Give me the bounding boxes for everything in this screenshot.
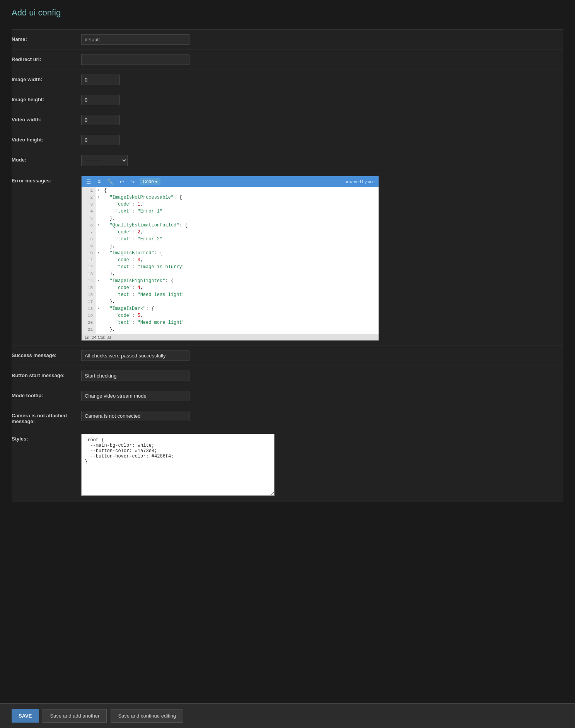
video-height-label: Video height: <box>12 135 81 143</box>
video-width-input[interactable] <box>81 115 120 125</box>
redirect-url-input[interactable] <box>81 54 189 65</box>
error-messages-editor-wrap: ☰ ≡ 🔧 ↩ ↪ Code ▾ powered by ace 1 ▾ { <box>81 176 563 341</box>
editor-line: 15 "code": 4, <box>82 284 379 291</box>
editor-line: 20 "text": "Need more light" <box>82 319 379 326</box>
action-bar: SAVE Save and add another Save and conti… <box>0 703 575 728</box>
video-height-input[interactable] <box>81 135 120 145</box>
editor-line: 14 ▾ "ImageIsHighlighted": { <box>82 277 379 284</box>
editor-line: 9 }, <box>82 243 379 250</box>
editor-line: 10 ▾ "ImageIsBlurred": { <box>82 250 379 257</box>
mode-label: Mode: <box>12 155 81 163</box>
form-row-mode-tooltip: Mode tooltip: <box>12 386 563 406</box>
ace-powered-label: powered by ace <box>345 179 375 184</box>
form-row-button-start: Button start message: <box>12 366 563 386</box>
ace-indent-icon[interactable]: ≡ <box>96 178 102 185</box>
camera-not-attached-input[interactable] <box>81 411 189 421</box>
video-height-field-wrap <box>81 135 563 145</box>
editor-line: 1 ▾ { <box>82 187 379 194</box>
form-row-image-width: Image width: <box>12 70 563 90</box>
editor-line: 11 "code": 3, <box>82 257 379 264</box>
mode-select[interactable]: --------- <box>81 155 128 166</box>
editor-line: 2 ▾ "ImageIsNotProcessable": { <box>82 194 379 201</box>
ace-redo-icon[interactable]: ↪ <box>129 178 136 185</box>
ace-editor-body[interactable]: 1 ▾ { 2 ▾ "ImageIsNotProcessable": { 3 "… <box>82 187 379 334</box>
name-input[interactable] <box>81 34 189 45</box>
error-messages-label: Error messages: <box>12 176 81 184</box>
editor-line: 13 }, <box>82 270 379 277</box>
image-width-label: Image width: <box>12 75 81 82</box>
styles-textarea[interactable]: :root { --main-bg-color: white; --button… <box>81 434 275 496</box>
mode-field-wrap: --------- <box>81 155 563 166</box>
editor-line: 7 "code": 2, <box>82 229 379 236</box>
editor-line: 3 "code": 1, <box>82 201 379 208</box>
name-field-wrap <box>81 34 563 45</box>
ace-code-button[interactable]: Code ▾ <box>140 178 160 185</box>
success-message-input[interactable] <box>81 350 189 361</box>
form-row-video-width: Video width: <box>12 110 563 130</box>
editor-line: 17 }, <box>82 298 379 305</box>
editor-line: 21 }, <box>82 326 379 333</box>
form-row-styles: Styles: :root { --main-bg-color: white; … <box>12 429 563 502</box>
editor-line: 6 ▾ "QualityEstimationFailed": { <box>82 222 379 229</box>
editor-line: 22 ▾ "ImageIsIlluminated": { <box>82 333 379 334</box>
success-message-field-wrap <box>81 350 563 361</box>
editor-line: 18 ▾ "ImageIsDark": { <box>82 305 379 312</box>
editor-line: 8 "text": "Error 2" <box>82 236 379 243</box>
redirect-url-field-wrap <box>81 54 563 65</box>
ace-status-bar: Ln: 24 Col: 33 <box>82 334 379 340</box>
button-start-label: Button start message: <box>12 371 81 378</box>
editor-line: 12 "text": "Image is blurry" <box>82 264 379 270</box>
video-width-field-wrap <box>81 115 563 125</box>
mode-tooltip-label: Mode tooltip: <box>12 391 81 398</box>
button-start-input[interactable] <box>81 371 189 381</box>
form-row-error-messages: Error messages: ☰ ≡ 🔧 ↩ ↪ Code ▾ powered… <box>12 171 563 346</box>
form-row-camera-not-attached: Camera is not attached message: <box>12 406 563 429</box>
styles-field-wrap: :root { --main-bg-color: white; --button… <box>81 434 563 497</box>
image-height-field-wrap <box>81 95 563 105</box>
form-row-mode: Mode: --------- <box>12 150 563 171</box>
editor-line: 4 "text": "Error 1" <box>82 208 379 215</box>
save-continue-button[interactable]: Save and continue editing <box>111 709 183 723</box>
name-label: Name: <box>12 34 81 42</box>
image-height-label: Image height: <box>12 95 81 102</box>
save-button[interactable]: SAVE <box>12 709 39 723</box>
image-width-input[interactable] <box>81 75 120 85</box>
image-width-field-wrap <box>81 75 563 85</box>
ace-wrench-icon[interactable]: 🔧 <box>105 178 115 185</box>
editor-line: 16 "text": "Need less light" <box>82 291 379 298</box>
form-row-video-height: Video height: <box>12 130 563 150</box>
camera-not-attached-field-wrap <box>81 411 563 421</box>
image-height-input[interactable] <box>81 95 120 105</box>
redirect-url-label: Redirect url: <box>12 54 81 62</box>
ace-list-icon[interactable]: ☰ <box>85 178 93 185</box>
editor-line: 5 }, <box>82 215 379 222</box>
editor-line: 19 "code": 5, <box>82 312 379 319</box>
page-title: Add ui config <box>12 8 563 18</box>
ace-toolbar: ☰ ≡ 🔧 ↩ ↪ Code ▾ powered by ace <box>82 176 379 187</box>
button-start-field-wrap <box>81 371 563 381</box>
success-message-label: Success message: <box>12 350 81 358</box>
mode-tooltip-field-wrap <box>81 391 563 401</box>
form-row-name: Name: <box>12 30 563 50</box>
camera-not-attached-label: Camera is not attached message: <box>12 411 81 424</box>
form-row-image-height: Image height: <box>12 90 563 110</box>
ace-editor[interactable]: ☰ ≡ 🔧 ↩ ↪ Code ▾ powered by ace 1 ▾ { <box>81 176 379 341</box>
ace-undo-icon[interactable]: ↩ <box>118 178 126 185</box>
video-width-label: Video width: <box>12 115 81 122</box>
form-row-redirect: Redirect url: <box>12 50 563 70</box>
mode-tooltip-input[interactable] <box>81 391 189 401</box>
save-add-button[interactable]: Save and add another <box>43 709 107 723</box>
styles-label: Styles: <box>12 434 81 442</box>
form-row-success-message: Success message: <box>12 346 563 366</box>
